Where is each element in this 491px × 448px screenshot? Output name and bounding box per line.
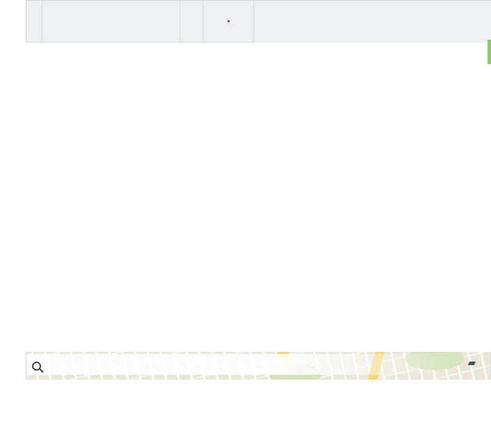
exchange-rates-page: ▼ <box>0 0 491 448</box>
map-university-icon <box>468 362 476 365</box>
date-column-header[interactable]: ▼ <box>203 1 254 43</box>
ad-strip <box>488 40 491 64</box>
branch-finder-banner[interactable] <box>26 352 491 380</box>
rates-table: ▼ <box>26 0 491 43</box>
currency-header-block <box>254 1 491 43</box>
banner-overlay <box>26 354 451 375</box>
row-number-header <box>26 1 42 43</box>
magnifier-icon <box>32 362 41 371</box>
table-header: ▼ <box>26 0 491 43</box>
sort-desc-icon: ▼ <box>226 20 231 23</box>
branches-column-header[interactable] <box>180 1 203 43</box>
bank-column-header[interactable] <box>42 1 180 43</box>
